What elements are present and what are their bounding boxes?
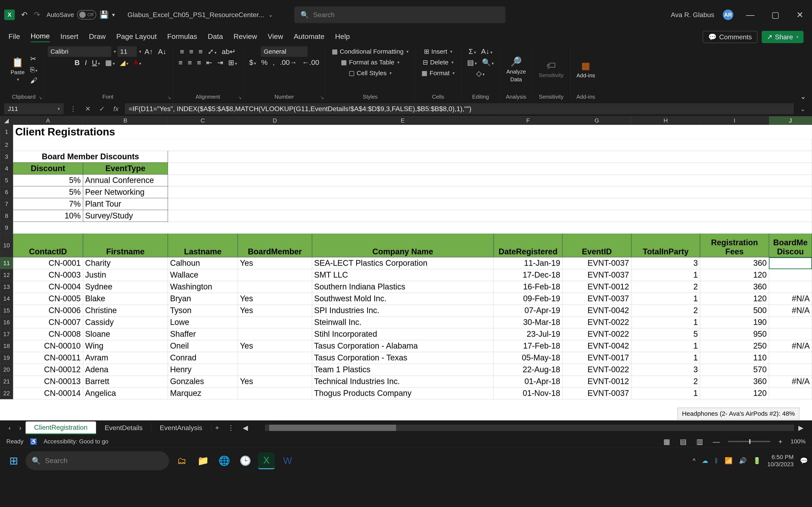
tab-page-layout[interactable]: Page Layout bbox=[116, 32, 157, 42]
cell[interactable]: Tyson bbox=[168, 304, 238, 317]
cell[interactable]: Adena bbox=[83, 364, 168, 376]
cell[interactable]: 5 bbox=[631, 328, 700, 340]
cell[interactable]: CN-0006 bbox=[13, 304, 83, 317]
cell[interactable]: CN-00013 bbox=[13, 376, 83, 387]
normal-view-button[interactable]: ▦ bbox=[662, 437, 672, 447]
search-box[interactable]: 🔍 Search bbox=[294, 6, 506, 23]
cell[interactable] bbox=[769, 317, 812, 328]
number-launcher[interactable]: ↘ bbox=[320, 95, 324, 100]
cell[interactable]: Tasus Corporation - Alabama bbox=[312, 340, 494, 352]
cell[interactable] bbox=[238, 317, 312, 328]
cell[interactable]: EVNT-0037 bbox=[562, 387, 631, 399]
tab-home[interactable]: Home bbox=[31, 32, 50, 42]
cell[interactable]: CN-0008 bbox=[13, 328, 83, 340]
maximize-button[interactable]: ▢ bbox=[767, 10, 784, 20]
zoom-slider[interactable] bbox=[728, 441, 770, 442]
table-header[interactable]: Registration Fees bbox=[700, 234, 769, 257]
cell[interactable]: Bryan bbox=[168, 293, 238, 304]
name-box[interactable]: J11 ▾ bbox=[4, 104, 63, 114]
sheet-tab-analysis[interactable]: EventAnalysis bbox=[151, 422, 211, 434]
align-center-button[interactable]: ≡ bbox=[186, 58, 194, 68]
cell[interactable]: EVNT-0012 bbox=[562, 281, 631, 293]
cell[interactable] bbox=[13, 222, 812, 234]
tab-view[interactable]: View bbox=[268, 32, 283, 42]
align-middle-button[interactable]: ≡ bbox=[188, 47, 195, 57]
cell[interactable]: 3 bbox=[631, 257, 700, 269]
col-header-A[interactable]: A bbox=[13, 116, 83, 125]
cell[interactable]: 11-Jan-19 bbox=[494, 257, 562, 269]
sheet-title[interactable]: Client Registrations bbox=[13, 125, 812, 139]
undo-button[interactable]: ↶ bbox=[21, 10, 28, 19]
decrease-indent-button[interactable]: ⇤ bbox=[204, 57, 214, 68]
shrink-font-button[interactable]: A↓ bbox=[156, 47, 168, 57]
tab-data[interactable]: Data bbox=[208, 32, 223, 42]
tab-automate[interactable]: Automate bbox=[294, 32, 324, 42]
cell[interactable]: Steinwall Inc. bbox=[312, 317, 494, 328]
increase-decimal-button[interactable]: .00→ bbox=[278, 57, 299, 67]
minimize-button[interactable]: — bbox=[742, 10, 759, 20]
row-header-2[interactable]: 2 bbox=[0, 139, 13, 151]
cell[interactable] bbox=[238, 281, 312, 293]
cell[interactable]: #N/A bbox=[769, 304, 812, 317]
row-header-20[interactable]: 20 bbox=[0, 364, 13, 376]
autosave-toggle[interactable]: Off bbox=[77, 10, 96, 19]
cell[interactable]: Henry bbox=[168, 364, 238, 376]
cell[interactable]: Plant Tour bbox=[83, 198, 168, 210]
hscroll-left[interactable]: ◀ bbox=[239, 424, 252, 432]
zoom-level[interactable]: 100% bbox=[791, 438, 806, 445]
taskbar-explorer-icon[interactable]: 🗂 bbox=[173, 452, 190, 469]
bold-button[interactable]: B bbox=[73, 58, 82, 68]
cell[interactable]: SEA-LECT Plastics Corporation bbox=[312, 257, 494, 269]
format-as-table-button[interactable]: ▦Format as Table▾ bbox=[339, 57, 402, 67]
cell[interactable]: Survey/Study bbox=[83, 210, 168, 222]
volume-icon[interactable]: 🔊 bbox=[739, 457, 747, 464]
cell[interactable]: EVNT-0037 bbox=[562, 269, 631, 281]
cell[interactable]: 17-Dec-18 bbox=[494, 269, 562, 281]
redo-button[interactable]: ↷ bbox=[34, 10, 40, 19]
row-header-15[interactable]: 15 bbox=[0, 304, 13, 317]
cell[interactable]: 01-Apr-18 bbox=[494, 376, 562, 387]
cell[interactable]: #N/A bbox=[769, 293, 812, 304]
col-header-D[interactable]: D bbox=[238, 116, 312, 125]
sort-filter-button[interactable]: A↓▾ bbox=[479, 47, 494, 56]
alignment-launcher[interactable]: ↘ bbox=[238, 95, 242, 100]
tab-draw[interactable]: Draw bbox=[89, 32, 106, 42]
tab-file[interactable]: File bbox=[8, 32, 20, 42]
table-header[interactable]: TotalInParty bbox=[631, 234, 700, 257]
formula-menu-icon[interactable]: ⋮ bbox=[68, 105, 79, 113]
cell[interactable]: EVNT-0037 bbox=[562, 293, 631, 304]
cell[interactable]: #N/A bbox=[769, 340, 812, 352]
cell[interactable]: Southwest Mold Inc. bbox=[312, 293, 494, 304]
cell[interactable]: EVNT-0037 bbox=[562, 257, 631, 269]
cell[interactable]: Conrad bbox=[168, 352, 238, 364]
cell[interactable]: Sloane bbox=[83, 328, 168, 340]
zoom-out-button[interactable]: — bbox=[711, 437, 722, 447]
cell[interactable]: 120 bbox=[700, 387, 769, 399]
cell[interactable] bbox=[168, 163, 812, 174]
cell[interactable]: 1 bbox=[631, 387, 700, 399]
percent-button[interactable]: % bbox=[259, 57, 269, 67]
cell[interactable]: Angelica bbox=[83, 387, 168, 399]
row-header-14[interactable]: 14 bbox=[0, 293, 13, 304]
table-header[interactable]: Company Name bbox=[312, 234, 494, 257]
cancel-formula-button[interactable]: ✕ bbox=[83, 105, 93, 113]
cell[interactable]: Southern Indiana Plastics bbox=[312, 281, 494, 293]
cell[interactable]: EVNT-0022 bbox=[562, 364, 631, 376]
align-right-button[interactable]: ≡ bbox=[195, 58, 203, 68]
document-title[interactable]: Glabus_Excel_Ch05_PS1_ResourceCenter... bbox=[128, 11, 264, 19]
italic-button[interactable]: I bbox=[83, 58, 88, 68]
orientation-button[interactable]: ⤢▾ bbox=[206, 47, 218, 57]
addins-button[interactable]: ▦ Add-ins bbox=[574, 59, 597, 80]
cell[interactable]: Christine bbox=[83, 304, 168, 317]
font-size-selector[interactable]: 11 bbox=[117, 47, 137, 57]
row-header-21[interactable]: 21 bbox=[0, 376, 13, 387]
fill-color-button[interactable]: ◢▾ bbox=[118, 57, 130, 68]
cell[interactable]: CN-00014 bbox=[13, 387, 83, 399]
cell[interactable]: Wallace bbox=[168, 269, 238, 281]
cell[interactable]: Oneil bbox=[168, 340, 238, 352]
cell[interactable] bbox=[769, 269, 812, 281]
cell[interactable]: CN-0004 bbox=[13, 281, 83, 293]
font-launcher[interactable]: ↘ bbox=[167, 95, 171, 100]
increase-indent-button[interactable]: ⇥ bbox=[215, 57, 225, 68]
filename-dropdown[interactable]: ⌄ bbox=[268, 12, 273, 18]
